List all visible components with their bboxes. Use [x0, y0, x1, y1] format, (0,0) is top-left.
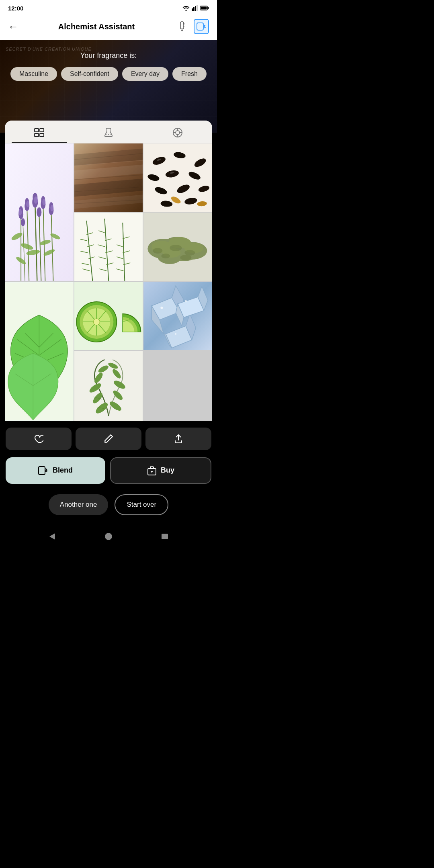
secondary-row: Another one Start over: [0, 490, 217, 523]
svg-point-120: [162, 254, 170, 258]
svg-rect-2: [195, 6, 196, 11]
svg-rect-0: [192, 8, 193, 11]
favorite-button[interactable]: [6, 428, 72, 450]
tab-grid[interactable]: [5, 121, 74, 143]
svg-point-46: [26, 201, 29, 207]
blend-button[interactable]: Blend: [6, 457, 105, 484]
tab-map[interactable]: [143, 121, 212, 143]
svg-rect-158: [74, 352, 143, 420]
tab-bar: [5, 121, 212, 143]
svg-rect-17: [40, 133, 44, 137]
status-icons: [182, 5, 209, 11]
speaker-icon-button[interactable]: [194, 19, 209, 34]
share-button[interactable]: [145, 428, 211, 450]
svg-point-157: [175, 333, 177, 335]
geranium-illustration: [5, 282, 74, 421]
back-button[interactable]: ←: [8, 21, 18, 32]
ingredient-ice[interactable]: [143, 282, 212, 350]
signal-icon: [192, 5, 198, 11]
svg-rect-171: [39, 467, 45, 475]
svg-marker-175: [49, 533, 55, 540]
ingredient-grid: [5, 143, 212, 421]
nav-recent-icon: [161, 533, 169, 540]
pencil-icon: [104, 434, 113, 444]
heart-icon: [34, 434, 43, 444]
nav-home-button[interactable]: [100, 528, 117, 545]
tag-masculine: Masculine: [10, 67, 57, 81]
battery-icon: [200, 6, 209, 10]
svg-point-118: [170, 245, 182, 251]
share-icon: [174, 434, 183, 444]
svg-point-176: [105, 533, 112, 540]
nav-home-icon: [104, 532, 113, 541]
hero-tags: Masculine Self-confident Every day Fresh: [10, 67, 207, 81]
moss-illustration: [143, 213, 212, 281]
ingredient-rosemary[interactable]: [74, 213, 143, 281]
blend-icon: [38, 466, 49, 475]
hero-bg-text: SECRET D'UNE CREATION UNIQUE: [6, 47, 92, 51]
tag-everyday: Every day: [122, 67, 168, 81]
nav-icon-group: [174, 19, 209, 34]
ingredient-lime[interactable]: [74, 282, 143, 350]
wood-illustration: [74, 143, 143, 212]
ingredient-geranium[interactable]: [5, 282, 74, 421]
flask-icon: [103, 127, 114, 138]
wifi-icon: [182, 5, 190, 11]
top-nav: ← Alchemist Assistant: [0, 14, 217, 40]
svg-point-117: [153, 248, 163, 254]
svg-point-155: [161, 307, 163, 309]
svg-point-44: [37, 207, 41, 217]
olive-illustration: [74, 351, 143, 421]
tab-lab[interactable]: [74, 121, 143, 143]
svg-point-43: [21, 218, 25, 226]
rosemary-illustration: [74, 213, 143, 281]
svg-point-141: [93, 319, 100, 325]
svg-point-156: [185, 300, 187, 302]
tag-fresh: Fresh: [172, 67, 207, 81]
grid-icon: [34, 127, 45, 138]
ingredient-moss[interactable]: [143, 213, 212, 281]
svg-point-121: [180, 255, 192, 260]
svg-rect-15: [40, 129, 44, 132]
circle-icon: [172, 127, 183, 138]
svg-rect-3: [197, 5, 198, 11]
action-buttons-row: [0, 421, 217, 454]
ice-illustration: [143, 282, 212, 350]
lime-illustration: [74, 282, 143, 350]
nav-back-icon: [48, 532, 57, 541]
start-over-button[interactable]: Start over: [115, 494, 168, 515]
page-title: Alchemist Assistant: [58, 22, 135, 31]
ingredient-driftwood[interactable]: [74, 143, 143, 212]
status-bar: 12:00: [0, 0, 217, 14]
svg-point-48: [42, 199, 45, 205]
beans-illustration: [146, 146, 210, 209]
tag-selfconfident: Self-confident: [61, 67, 118, 81]
bag-icon: [147, 465, 157, 476]
nav-recent-button[interactable]: [157, 528, 173, 545]
svg-rect-7: [180, 22, 184, 29]
ingredient-tonka[interactable]: [143, 143, 212, 212]
svg-point-20: [176, 131, 180, 135]
ingredient-card: [5, 121, 212, 421]
svg-rect-83: [74, 213, 143, 281]
svg-point-49: [50, 205, 53, 211]
wand-icon: [178, 21, 186, 32]
edit-button[interactable]: [76, 428, 141, 450]
buy-button[interactable]: Buy: [110, 457, 211, 484]
svg-point-119: [185, 250, 195, 256]
android-nav-bar: [0, 523, 217, 551]
cta-row: Blend Buy: [0, 454, 217, 490]
device-icon-button[interactable]: [174, 19, 190, 34]
svg-rect-14: [35, 129, 39, 132]
svg-rect-1: [193, 7, 194, 11]
svg-rect-177: [162, 534, 168, 539]
svg-point-45: [18, 209, 22, 215]
hero-label: Your fragrance is:: [80, 51, 137, 60]
svg-rect-16: [35, 133, 39, 137]
another-one-button[interactable]: Another one: [49, 494, 108, 515]
ingredient-lavender[interactable]: [5, 143, 74, 281]
ingredient-olive[interactable]: [74, 351, 143, 421]
nav-back-button[interactable]: [44, 528, 60, 545]
svg-rect-5: [201, 7, 207, 10]
lavender-illustration: [5, 143, 74, 281]
